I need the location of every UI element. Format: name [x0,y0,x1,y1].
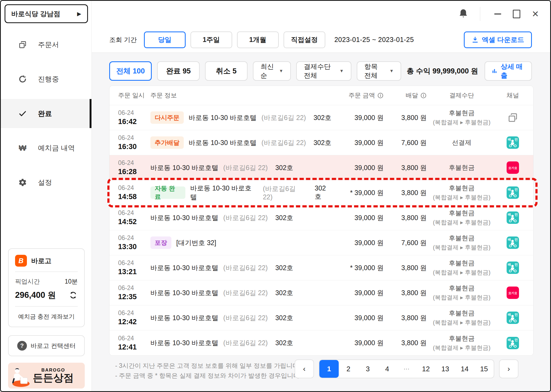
table-row[interactable]: 06-2412:42바로동 10-30 바로호텔(바로길6길 22)302호39… [110,305,533,330]
order-date: 06-24 [118,159,147,167]
pagination-page-1[interactable]: 1 [319,360,339,378]
minimize-icon [494,13,501,15]
payment-method: 후불현금 [427,184,497,192]
sidebar-item-3[interactable]: 완료 [1,99,91,128]
order-place: 바로동 10-30 바로호텔 [150,288,218,297]
order-info-cell: 바로동 10-30 바로호텔(바로길6길 22)302호 [147,288,333,297]
filter-dropdowns: 최신순▼결제수단 전체▼항목 전체▼ [253,61,407,81]
chevron-down-icon: ▼ [390,69,394,73]
sidebar-item-5[interactable]: 설정 [1,168,91,197]
svg-text:민: 민 [515,238,518,241]
order-time: 14:58 [118,193,147,201]
pagination-ellipsis: ··· [397,360,416,378]
refresh-icon[interactable] [69,291,78,300]
delivery-fee-cell: 7,600 원 [384,138,427,147]
app-window: 바로식당 강남점 ▶ 주문서진행중완료₩예치금 내역설정 B 바로고 픽업시간 … [0,0,551,392]
pagination-prev-button[interactable]: ‹ [295,359,314,378]
order-time-cell: 06-2413:30 [110,234,147,251]
order-info-cell: 바로동 10-30 바로호텔(바로길6길 22)302호 [147,213,333,222]
order-time-cell: 06-2412:42 [110,309,147,326]
yogiyo-app-icon: 요기요 [507,161,519,174]
status-tab-3[interactable]: 취소 5 [205,61,248,81]
order-unit: 302호 [313,113,331,122]
filter-dropdown-3[interactable]: 항목 전체▼ [357,61,401,81]
order-amount-cell: 39,000 원 [333,163,384,172]
order-time: 14:52 [118,218,147,226]
notification-bell-icon[interactable] [457,8,469,20]
pagination-page-13[interactable]: 13 [436,360,455,378]
table-row[interactable]: 06-2412:41바로동 10-30 바로호텔(바로길6길 22)302호39… [110,330,533,355]
info-icon[interactable] [420,92,427,99]
order-address: (바로길6길 22) [262,113,306,122]
order-time: 16:28 [118,168,147,176]
sidebar: 바로식당 강남점 ▶ 주문서진행중완료₩예치금 내역설정 B 바로고 픽업시간 … [1,1,92,391]
period-option-4[interactable]: 직접설정 [284,31,325,48]
filter-dropdown-2[interactable]: 결제수단 전체▼ [296,61,351,81]
promo-banner[interactable]: BAROGO 든든상점 [8,363,85,389]
table-row[interactable]: 06-2414:52바로동 10-30 바로호텔(바로길6길 22)302호39… [110,205,533,230]
deposit-account-link[interactable]: 예치금 충전 계좌보기 [15,307,78,327]
table-row[interactable]: 06-2413:30포장[대기번호 32]39,000 원7,600 원후불현금… [110,230,533,255]
excel-download-button[interactable]: 엑셀 다운로드 [464,31,532,48]
order-date: 06-24 [118,184,147,192]
order-amount-cell: 39,000 원 [333,138,384,147]
pagination-page-2[interactable]: 2 [339,360,358,378]
period-option-3[interactable]: 1개월 [237,31,279,48]
titlebar: ✕ [91,1,550,27]
sidebar-item-4[interactable]: ₩예치금 내역 [1,133,91,163]
table-row[interactable]: 06-2413:21바로동 10-30 바로호텔(바로길6길 22)302호* … [110,255,533,280]
minimize-button[interactable] [488,6,507,22]
baemin-app-icon: 배민 [507,186,519,199]
delivery-fee-cell: 3,800 원 [384,188,427,197]
order-address: (바로길6길 22) [262,138,306,147]
period-option-1[interactable]: 당일 [144,31,186,48]
order-amount-cell: * 39,000 원 [333,188,384,197]
table-row[interactable]: 06-2416:28바로동 10-30 바로호텔(바로길6길 22)302호39… [110,155,533,180]
pagination-page-4[interactable]: 4 [377,360,397,378]
svg-text:배: 배 [508,137,511,141]
payment-cell: 후불현금(복합결제 ▸ 후불현금) [427,234,497,252]
contact-center-button[interactable]: ? 바로고 컨택센터 [8,335,85,356]
payment-cell: 후불현금(복합결제 ▸ 후불현금) [427,109,497,126]
payment-method: 후불현금 [427,259,497,267]
baemin-app-icon: 배민 [507,136,519,149]
order-unit: 302호 [275,163,293,172]
maximize-icon [513,10,520,18]
pagination-next-button[interactable]: › [499,359,518,378]
store-selector-button[interactable]: 바로식당 강남점 ▶ [5,4,88,23]
order-address: (바로길6길 22) [263,184,307,201]
close-button[interactable]: ✕ [526,6,545,22]
detail-sales-button[interactable]: 상세 매출 [485,61,532,81]
chevron-down-icon: ▼ [340,69,344,73]
period-option-2[interactable]: 1주일 [190,31,232,48]
status-tab-2[interactable]: 완료 95 [157,61,200,81]
order-time-cell: 06-2413:21 [110,259,147,276]
table-row[interactable]: 06-2414:58자동 완료바로동 10-30 바로호텔(바로길6길 22)3… [110,180,533,205]
pagination-page-14[interactable]: 14 [455,360,474,378]
pagination-page-12[interactable]: 12 [416,360,436,378]
payment-cell: 후불현금(복합결제 ▸ 후불현금) [427,259,497,277]
svg-text:민: 민 [515,313,518,316]
deposit-card: B 바로고 픽업시간 10분 296,400 원 예치금 충전 계좌보기 [8,248,85,327]
order-date: 06-24 [118,109,147,116]
order-unit: 302호 [315,184,333,201]
pagination-page-15[interactable]: 15 [474,360,494,378]
filter-dropdown-1[interactable]: 최신순▼ [253,61,291,81]
copy-icon[interactable] [507,112,518,123]
sidebar-item-1[interactable]: 주문서 [1,30,91,59]
pagination-page-3[interactable]: 3 [358,360,377,378]
table-row[interactable]: 06-2412:35바로동 10-30 바로호텔(바로길6길 22)302호39… [110,280,533,305]
info-icon[interactable] [377,92,384,99]
order-time: 12:41 [118,343,147,351]
table-row[interactable]: 06-2416:42다시주문바로동 10-30 바로호텔(바로길6길 22)30… [110,105,533,130]
baemin-app-icon: 배민 [507,262,519,274]
svg-text:민: 민 [515,263,518,266]
channel-cell: 요기요 [497,287,529,299]
sidebar-item-2[interactable]: 진행중 [1,65,91,94]
order-unit: 302호 [275,213,293,222]
table-row[interactable]: 06-2416:30추가배달바로동 10-30 바로호텔(바로길6길 22)30… [110,130,533,155]
order-status-badge: 자동 완료 [150,186,185,199]
maximize-button[interactable] [507,6,526,22]
status-tab-1[interactable]: 전체 100 [109,61,152,81]
order-place: 바로동 10-30 바로호텔 [190,184,258,202]
